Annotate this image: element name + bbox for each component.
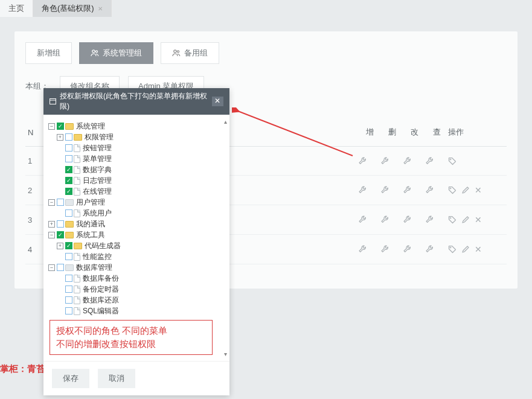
perm-del[interactable] [381, 157, 403, 165]
dialog-close-button[interactable]: ✕ [212, 97, 223, 106]
svg-rect-9 [50, 99, 56, 104]
delete-icon[interactable]: ✕ [475, 185, 482, 195]
tree-node[interactable]: 数据字典 [47, 164, 226, 175]
folder-icon [65, 264, 74, 271]
perm-add[interactable] [359, 157, 381, 165]
tree-node[interactable]: +代码生成器 [47, 240, 226, 251]
checkbox[interactable] [65, 133, 72, 141]
folder-icon [65, 123, 74, 130]
tag-icon[interactable] [448, 157, 457, 165]
dialog-titlebar[interactable]: 授权新增权限(此角色下打勾的菜单拥有新增权限) ✕ [43, 88, 229, 115]
expand-toggle-icon[interactable]: + [57, 134, 63, 141]
checkbox[interactable] [65, 275, 72, 282]
delete-icon[interactable]: ✕ [475, 215, 482, 225]
sys-admin-group-button[interactable]: 系统管理组 [79, 42, 153, 64]
perm-edit[interactable] [403, 157, 426, 165]
tree-node[interactable]: −系统工具 [47, 229, 226, 240]
scroll-up-icon[interactable]: ▴ [224, 118, 227, 125]
checkbox[interactable] [65, 286, 72, 293]
expand-spacer [57, 297, 63, 304]
checkbox[interactable] [65, 307, 72, 314]
tag-icon[interactable] [448, 245, 457, 254]
checkbox[interactable] [57, 199, 64, 206]
tree-node[interactable]: +我的通讯 [47, 219, 226, 229]
tree-node[interactable]: −数据库管理 [47, 262, 226, 273]
tree-node-label: 备份定时器 [83, 284, 119, 295]
expand-toggle-icon[interactable]: − [48, 199, 55, 206]
delete-icon[interactable]: ✕ [475, 244, 482, 254]
tab-home[interactable]: 主页 [0, 0, 33, 17]
edit-icon[interactable] [461, 186, 470, 194]
tree-node-label: SQL编辑器 [83, 305, 119, 316]
cancel-button[interactable]: 取消 [98, 369, 135, 388]
expand-toggle-icon[interactable]: − [48, 232, 55, 238]
tree-node[interactable]: 日志管理 [47, 175, 226, 186]
tree-node[interactable]: 在线管理 [47, 186, 226, 197]
tab-label: 角色(基础权限) [42, 3, 94, 14]
expand-toggle-icon[interactable]: − [48, 264, 55, 271]
perm-view[interactable] [426, 245, 448, 254]
tag-icon[interactable] [448, 215, 457, 224]
page-icon [74, 155, 80, 163]
tree-node[interactable]: −用户管理 [47, 197, 226, 208]
checkbox[interactable] [65, 155, 72, 162]
tree-node[interactable]: SQL编辑器 [47, 305, 226, 316]
checkbox[interactable] [65, 253, 72, 260]
perm-add[interactable] [359, 186, 381, 194]
checkbox[interactable] [57, 220, 64, 228]
tree-node[interactable]: 性能监控 [47, 251, 226, 262]
tree-node[interactable]: 数据库还原 [47, 295, 226, 305]
row-ops: ✕ [448, 215, 504, 225]
tree-node[interactable]: 系统用户 [47, 208, 226, 219]
tree-node-label: 数据字典 [83, 164, 112, 175]
tree-node[interactable]: 备份定时器 [47, 284, 226, 295]
edit-icon[interactable] [461, 245, 470, 254]
perm-del[interactable] [381, 245, 403, 254]
expand-toggle-icon[interactable]: + [57, 243, 63, 249]
tab-roles[interactable]: 角色(基础权限) ✕ [33, 0, 112, 17]
checkbox[interactable] [65, 209, 72, 217]
tree-node-label: 代码生成器 [85, 240, 121, 251]
permission-dialog: 授权新增权限(此角色下打勾的菜单拥有新增权限) ✕ ▴ −系统管理+权限管理按钮… [43, 88, 229, 395]
perm-add[interactable] [359, 215, 381, 224]
checkbox[interactable] [65, 177, 72, 184]
standby-group-button[interactable]: 备用组 [161, 42, 219, 64]
checkbox[interactable] [65, 296, 72, 304]
expand-spacer [57, 156, 63, 162]
perm-view[interactable] [426, 215, 448, 224]
folder-icon [65, 199, 74, 206]
scroll-down-icon[interactable]: ▾ [224, 351, 227, 357]
perm-del[interactable] [381, 186, 403, 194]
tree-node-label: 日志管理 [83, 175, 112, 186]
tree-node[interactable]: 菜单管理 [47, 153, 226, 164]
perm-del[interactable] [381, 215, 403, 224]
checkbox[interactable] [57, 264, 64, 271]
checkbox[interactable] [65, 166, 72, 173]
perm-edit[interactable] [403, 215, 426, 224]
expand-toggle-icon[interactable]: − [48, 123, 55, 130]
save-button[interactable]: 保存 [52, 369, 89, 388]
tag-icon[interactable] [448, 186, 457, 194]
tree-node[interactable]: 数据库备份 [47, 273, 226, 284]
tree-node[interactable]: 按钮管理 [47, 142, 226, 153]
checkbox[interactable] [65, 242, 72, 249]
checkbox[interactable] [57, 231, 64, 238]
tab-label: 主页 [8, 3, 24, 14]
checkbox[interactable] [65, 188, 72, 195]
page-icon [74, 166, 80, 174]
checkbox[interactable] [57, 123, 64, 130]
close-icon[interactable]: ✕ [98, 5, 103, 12]
expand-toggle-icon[interactable]: + [48, 221, 55, 228]
tree-node[interactable]: +权限管理 [47, 132, 226, 142]
checkbox[interactable] [65, 144, 72, 152]
perm-view[interactable] [426, 186, 448, 194]
perm-view[interactable] [426, 157, 448, 165]
tree-node[interactable]: −系统管理 [47, 121, 226, 132]
new-group-button[interactable]: 新增组 [25, 42, 72, 64]
edit-icon[interactable] [461, 215, 470, 224]
tree-node-label: 用户管理 [76, 197, 105, 208]
perm-edit[interactable] [403, 245, 426, 254]
svg-point-7 [450, 247, 451, 248]
perm-add[interactable] [359, 245, 381, 254]
perm-edit[interactable] [403, 186, 426, 194]
